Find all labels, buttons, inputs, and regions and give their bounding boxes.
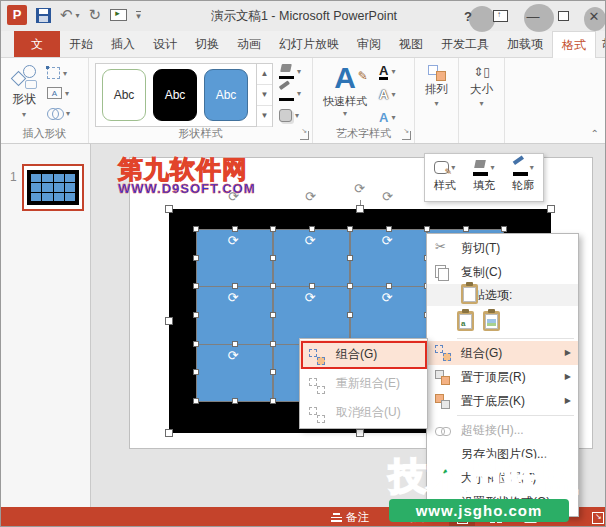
menu-item-bring-to-front[interactable]: 置于顶层(R)▶ [427, 365, 578, 389]
rotate-handle-icon[interactable]: ⟳ [228, 190, 239, 203]
text-effects-button[interactable]: A▾ [379, 107, 395, 128]
text-box-button[interactable]: A▾ [47, 85, 70, 101]
quick-styles-button[interactable]: A 快速样式 ▾ [317, 62, 373, 118]
tab-format[interactable]: 格式 [552, 31, 596, 58]
text-outline-button[interactable]: A▾ [379, 84, 395, 105]
selection-handle[interactable] [347, 226, 353, 232]
shape-style-preset-3[interactable]: Abc [204, 69, 248, 121]
selection-handle[interactable] [270, 226, 276, 232]
submenu-item-ungroup[interactable]: 取消组合(U) [300, 398, 427, 427]
selection-handle[interactable] [270, 255, 276, 261]
dialog-launcher-icon[interactable] [402, 131, 411, 140]
selection-handle[interactable] [270, 312, 276, 318]
ribbon-display-options-icon[interactable] [493, 10, 508, 22]
collapse-ribbon-icon[interactable]: ⌃ [591, 128, 599, 139]
menu-item-cut[interactable]: ✂ 剪切(T) [427, 236, 578, 260]
selection-handle[interactable] [232, 398, 238, 404]
selection-handle[interactable] [270, 369, 276, 375]
rotate-handle-icon[interactable]: ⟳ [305, 291, 316, 304]
rotate-handle-icon[interactable]: ⟳ [382, 234, 393, 247]
tab-addins[interactable]: 加载项 [498, 31, 552, 57]
tab-home[interactable]: 开始 [60, 31, 102, 57]
rotate-handle-icon[interactable]: ⟳ [305, 234, 316, 247]
selection-handle[interactable] [386, 226, 392, 232]
shape-style-preset-2[interactable]: Abc [153, 69, 197, 121]
selection-handle[interactable] [193, 255, 199, 261]
style-button[interactable]: ▾ 样式 [427, 157, 462, 198]
restore-icon[interactable] [558, 11, 569, 21]
submenu-item-regroup[interactable]: 重新组合(E) [300, 369, 427, 398]
notes-button[interactable]: 备注 [331, 507, 369, 527]
rotate-handle-icon[interactable]: ⟳ [305, 190, 316, 203]
selection-handle[interactable] [193, 312, 199, 318]
selection-handle[interactable] [165, 429, 173, 437]
tab-review[interactable]: 审阅 [348, 31, 390, 57]
shape-outline-button[interactable]: ▾ [279, 84, 301, 103]
selection-handle[interactable] [347, 283, 353, 289]
fill-button[interactable]: ▾ 填充 [466, 157, 501, 198]
selection-handle[interactable] [270, 341, 276, 347]
selection-handle[interactable] [270, 398, 276, 404]
rotate-handle-icon[interactable]: ⟳ [228, 291, 239, 304]
selection-handle[interactable] [165, 205, 173, 213]
menu-item-group[interactable]: 组合(G)▶ [427, 341, 578, 365]
tab-design[interactable]: 设计 [144, 31, 186, 57]
selection-handle[interactable] [193, 226, 199, 232]
gallery-more-icon[interactable]: ▼ [257, 106, 272, 127]
paste-as-picture-icon[interactable] [483, 311, 500, 331]
rotate-handle-icon[interactable]: ⟳ [228, 234, 239, 247]
rotate-handle-icon[interactable]: ⟳ [228, 349, 239, 362]
user-account[interactable]: 胡俊 ▾ [596, 31, 606, 57]
selection-handle[interactable] [232, 341, 238, 347]
rotate-handle-icon[interactable]: ⟳ [382, 190, 393, 203]
dialog-launcher-icon[interactable] [300, 131, 309, 140]
outline-button[interactable]: ▾ 轮廓 [506, 157, 541, 198]
selection-handle[interactable] [270, 283, 276, 289]
selection-handle[interactable] [193, 369, 199, 375]
menu-item-send-to-back[interactable]: 置于底层(K)▶ [427, 389, 578, 413]
selection-handle[interactable] [193, 398, 199, 404]
tab-animations[interactable]: 动画 [228, 31, 270, 57]
help-icon[interactable]: ? [459, 9, 477, 24]
text-fill-button[interactable]: A▾ [379, 61, 395, 82]
rotate-handle-icon[interactable]: ⟳ [354, 182, 365, 195]
minimize-icon[interactable]: — [524, 9, 542, 24]
selection-handle[interactable] [347, 312, 353, 318]
selection-handle[interactable] [386, 283, 392, 289]
selection-handle[interactable] [356, 205, 364, 213]
slide-thumbnail-1[interactable] [22, 164, 84, 211]
submenu-item-group[interactable]: 组合(G) [300, 340, 427, 369]
selection-handle[interactable] [356, 429, 364, 437]
close-icon[interactable]: ✕ [585, 9, 603, 24]
selection-handle[interactable] [193, 283, 199, 289]
tab-view[interactable]: 视图 [390, 31, 432, 57]
shape-style-preset-1[interactable]: Abc [102, 69, 146, 121]
selection-handle[interactable] [165, 317, 173, 325]
fit-to-window-button[interactable] [585, 507, 606, 527]
tab-transitions[interactable]: 切换 [186, 31, 228, 57]
rotate-handle-icon[interactable]: ⟳ [382, 291, 393, 304]
tab-insert[interactable]: 插入 [102, 31, 144, 57]
paste-keep-formatting-icon[interactable]: a [457, 311, 474, 331]
selection-handle[interactable] [309, 226, 315, 232]
size-button[interactable]: ⇕▯ 大小 ▾ [459, 58, 505, 143]
selection-handle[interactable] [547, 205, 555, 213]
merge-shapes-button[interactable]: ▾ [47, 105, 70, 121]
arrange-button[interactable]: 排列 ▾ [415, 58, 459, 143]
menu-item-format-shape[interactable]: 设置形状格式(O)... [427, 490, 578, 514]
selection-handle[interactable] [463, 226, 469, 232]
selection-handle[interactable] [309, 283, 315, 289]
shape-effects-button[interactable]: ▾ [279, 106, 301, 125]
menu-item-size-position[interactable]: 大小和位置(Z) [427, 466, 578, 490]
edit-shape-button[interactable]: ▾ [47, 65, 70, 81]
menu-item-copy[interactable]: 复制(C) [427, 260, 578, 284]
selection-handle[interactable] [347, 255, 353, 261]
tab-file[interactable]: 文件 [14, 31, 60, 57]
gallery-scroll-down-icon[interactable]: ▼ [257, 85, 272, 106]
tab-slideshow[interactable]: 幻灯片放映 [270, 31, 348, 57]
shape-fill-button[interactable]: ▾ [279, 62, 301, 81]
gallery-scroll-up-icon[interactable]: ▲ [257, 64, 272, 85]
menu-item-hyperlink[interactable]: 超链接(H)... [427, 418, 578, 442]
selection-handle[interactable] [424, 226, 430, 232]
selection-handle[interactable] [193, 341, 199, 347]
